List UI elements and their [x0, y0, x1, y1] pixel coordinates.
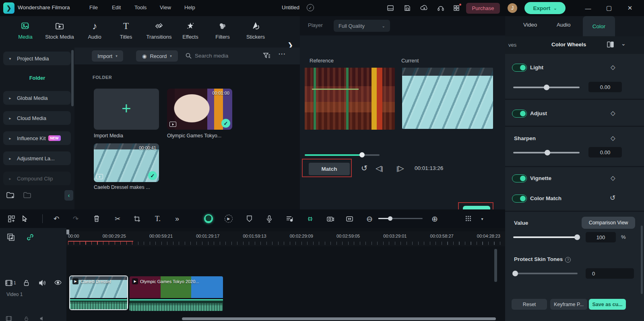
- lock-track-icon[interactable]: [23, 280, 29, 286]
- keyframe-button[interactable]: Keyframe P...: [550, 299, 587, 310]
- tab-stickers[interactable]: Stickers: [237, 21, 274, 40]
- sharpen-keyframe-icon[interactable]: ◇: [611, 135, 615, 142]
- adjust-toggle[interactable]: [512, 110, 527, 118]
- undo-icon[interactable]: ↶: [52, 214, 61, 224]
- tab-audio[interactable]: Audio: [557, 22, 571, 28]
- zoom-slider-handle[interactable]: [388, 216, 392, 221]
- tab-titles[interactable]: T Titles: [107, 21, 144, 40]
- light-toggle[interactable]: [512, 64, 527, 72]
- match-button[interactable]: Match: [309, 163, 350, 175]
- hide-track-icon[interactable]: [54, 280, 62, 286]
- timeline-vscrollbar[interactable]: [494, 249, 497, 282]
- record-button[interactable]: ◉ Record ▾: [136, 50, 178, 62]
- search-input[interactable]: Search media: [195, 53, 228, 59]
- crop-icon[interactable]: [132, 214, 142, 224]
- media-item-olympic[interactable]: 00:01:00 ✓: [167, 89, 232, 130]
- delete-icon[interactable]: [92, 214, 101, 224]
- import-button[interactable]: Import ▾: [92, 50, 123, 62]
- playhead[interactable]: [66, 230, 69, 234]
- cloud-upload-icon[interactable]: [420, 4, 428, 12]
- sharpen-slider[interactable]: [513, 152, 580, 153]
- redo-icon[interactable]: ↷: [71, 214, 80, 224]
- menu-view[interactable]: View: [160, 4, 171, 10]
- comparison-view-button[interactable]: Comparison View: [582, 217, 635, 229]
- minimize-button[interactable]: —: [583, 3, 593, 13]
- sharpen-slider-handle[interactable]: [545, 150, 550, 155]
- apps-grid-icon[interactable]: [452, 4, 460, 12]
- sidebar-item-folder-selected[interactable]: Folder: [0, 75, 74, 81]
- sidebar-item-adjustment-layer[interactable]: ▸ Adjustment La...: [3, 151, 71, 165]
- timeline-hscrollbar[interactable]: [182, 317, 496, 320]
- snapshot-icon[interactable]: [325, 214, 335, 224]
- track2-mute-icon[interactable]: [39, 316, 46, 321]
- previous-frame-icon[interactable]: ◁|: [376, 164, 383, 173]
- value-slider-handle[interactable]: [574, 234, 580, 240]
- reference-preview[interactable]: [305, 68, 395, 130]
- sidebar-item-cloud-media[interactable]: ▸ Cloud Media: [3, 111, 71, 125]
- mute-track-icon[interactable]: [39, 280, 46, 286]
- color-match-toggle[interactable]: [512, 195, 527, 203]
- new-folder-icon[interactable]: [6, 191, 15, 200]
- vignette-keyframe-icon[interactable]: ◇: [611, 174, 615, 182]
- light-slider[interactable]: [513, 87, 580, 88]
- player-progress-handle[interactable]: [359, 152, 365, 157]
- help-icon[interactable]: ?: [565, 257, 571, 263]
- value-amount[interactable]: 100: [586, 232, 616, 242]
- clip-caeleb-dressel[interactable]: ▶ Caeleb Dressel: [69, 275, 128, 310]
- color-match-reset-icon[interactable]: ↺: [610, 194, 615, 202]
- split-view-icon[interactable]: [607, 41, 614, 48]
- search-icon[interactable]: [185, 52, 192, 59]
- protect-slider-handle[interactable]: [512, 271, 518, 276]
- light-keyframe-icon[interactable]: ◇: [611, 64, 615, 71]
- toolbar-more-icon[interactable]: »: [172, 214, 182, 224]
- maximize-button[interactable]: ▢: [604, 3, 614, 13]
- tab-media[interactable]: Media: [7, 21, 44, 40]
- menu-tools[interactable]: Tools: [134, 4, 147, 10]
- current-preview[interactable]: [402, 68, 493, 129]
- subnav-chevron-down-icon[interactable]: ⌄: [621, 40, 626, 47]
- quality-dropdown[interactable]: Full Quality ⌄: [334, 20, 390, 32]
- light-slider-handle[interactable]: [544, 85, 549, 90]
- properties-scrollbar[interactable]: [641, 226, 643, 294]
- split-scissors-icon[interactable]: ✂: [113, 214, 122, 224]
- subnav-color-wheels[interactable]: Color Wheels: [551, 41, 586, 48]
- media-item-caeleb[interactable]: 00:00:41 ✓: [94, 143, 159, 182]
- close-button[interactable]: ✕: [625, 3, 635, 13]
- zoom-in-icon[interactable]: ⊕: [430, 214, 440, 224]
- sharpen-value[interactable]: 0.00: [588, 147, 622, 157]
- menu-edit[interactable]: Edit: [112, 4, 121, 10]
- subnav-curves-partial[interactable]: ves: [508, 42, 516, 48]
- track2-lock-icon[interactable]: [23, 316, 29, 321]
- reset-button[interactable]: Reset: [512, 299, 547, 310]
- sidebar-item-influence-kit[interactable]: ▸ Influence Kit NEW: [3, 131, 71, 145]
- protect-slider[interactable]: [513, 273, 578, 274]
- vignette-toggle[interactable]: [512, 174, 527, 182]
- save-icon[interactable]: [403, 4, 411, 12]
- menu-file[interactable]: File: [89, 4, 98, 10]
- value-slider[interactable]: [513, 236, 578, 238]
- add-marker-icon[interactable]: [6, 233, 15, 242]
- import-media-tile[interactable]: +: [94, 89, 159, 130]
- workspace-layout-icon[interactable]: [386, 4, 394, 12]
- collapse-sidebar-button[interactable]: ‹: [64, 190, 73, 201]
- text-tool-icon[interactable]: T.: [153, 214, 163, 224]
- media-manager-icon[interactable]: [6, 214, 16, 224]
- render-preview-icon[interactable]: [305, 214, 315, 224]
- speed-tool-icon[interactable]: ▶: [224, 214, 233, 224]
- zoom-out-icon[interactable]: ⊖: [365, 214, 374, 224]
- sidebar-item-project-media[interactable]: ▾ Project Media: [3, 52, 71, 65]
- reset-playback-icon[interactable]: ↺: [361, 164, 367, 173]
- light-value[interactable]: 0.00: [588, 82, 622, 92]
- filter-icon[interactable]: [263, 52, 271, 60]
- more-options-icon[interactable]: ⋯: [278, 49, 286, 58]
- tab-filters[interactable]: Filters: [204, 21, 241, 40]
- save-as-custom-button[interactable]: Save as cu...: [589, 299, 626, 310]
- avatar[interactable]: J: [508, 3, 517, 13]
- audio-mixer-icon[interactable]: [285, 214, 294, 224]
- select-tool-icon[interactable]: [20, 214, 30, 224]
- tab-effects[interactable]: Effects: [172, 21, 209, 40]
- mask-icon[interactable]: [244, 214, 254, 224]
- timeline-zoom-slider[interactable]: [378, 218, 423, 219]
- track-manager-icon[interactable]: [464, 214, 473, 224]
- play-next-frame-icon[interactable]: |▷: [396, 164, 404, 173]
